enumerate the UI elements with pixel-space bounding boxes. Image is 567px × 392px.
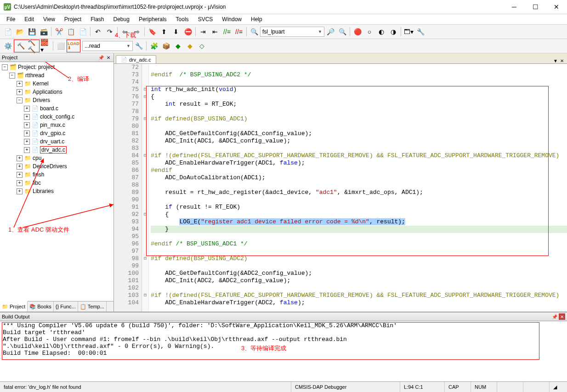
tree-node[interactable]: +📄pin_mux.c	[0, 121, 113, 129]
menu-debug[interactable]: Debug	[109, 15, 134, 23]
debug-button[interactable]: 🔴	[352, 26, 363, 37]
new-file-button[interactable]: 📄	[2, 26, 13, 37]
tab-close-button[interactable]: ✕	[559, 58, 565, 63]
menu-help[interactable]: Help	[246, 15, 267, 23]
bookmark-next-button[interactable]: ⬇	[170, 26, 181, 37]
tree-node[interactable]: −🗂️Project: project	[0, 63, 113, 71]
tree-label: drv_gpio.c	[40, 130, 65, 136]
target-options-button[interactable]: 🔧	[133, 40, 144, 51]
breakpoint-a-button[interactable]: ○	[364, 26, 375, 37]
tree-label: drv_uart.c	[40, 138, 64, 145]
undo-button[interactable]: ↶	[92, 26, 103, 37]
find-combo[interactable]: fsl_lpuart ▼	[260, 27, 324, 37]
redo-button[interactable]: ↷	[104, 26, 115, 37]
download-button[interactable]: LOAD⬇	[68, 40, 79, 51]
tree-label: Drivers	[33, 97, 50, 103]
tree-node[interactable]: +📄drv_adc.c	[0, 146, 113, 154]
tree-node[interactable]: +📄drv_uart.c	[0, 137, 113, 146]
annotation-4: 4、下载	[115, 31, 136, 40]
menu-edit[interactable]: Edit	[20, 15, 39, 23]
open-file-button[interactable]: 📂	[14, 26, 25, 37]
cut-button[interactable]: ✂️	[53, 26, 64, 37]
tree-node[interactable]: +📁Libraries	[0, 187, 113, 195]
breakpoint-b-button[interactable]: ◐	[376, 26, 387, 37]
menu-window[interactable]: Window	[217, 15, 246, 23]
tree-label: board.c	[40, 105, 58, 112]
configure-button[interactable]: 🔧	[415, 26, 426, 37]
tree-node[interactable]: −🗂️rtthread	[0, 71, 113, 80]
tree-label: rtthread	[25, 72, 44, 79]
editor-tab-active[interactable]: 📄 drv_adc.c	[116, 55, 156, 63]
close-button[interactable]: ✕	[546, 0, 567, 14]
panel-close-button[interactable]: ✕	[559, 313, 565, 320]
panel-pin-button[interactable]: 📌	[551, 313, 558, 320]
panel-pin-button[interactable]: 📌	[98, 54, 104, 61]
build-output-text[interactable]: *** Using Compiler 'V5.06 update 6 (buil…	[0, 321, 567, 381]
pack-c-button[interactable]: ◇	[196, 40, 207, 51]
project-tree[interactable]: 2、编译 1、查看 ADC 驱动文件 −🗂️Project: project−🗂…	[0, 62, 113, 301]
menu-file[interactable]: File	[2, 15, 20, 23]
tree-node[interactable]: +📁Kernel	[0, 80, 113, 88]
build-output-header: Build Output 📌 ✕	[0, 312, 567, 321]
build-button[interactable]: 🔨	[15, 40, 26, 51]
translate-button[interactable]: ⚙️	[2, 40, 13, 51]
tree-node[interactable]: +📁libc	[0, 179, 113, 187]
save-all-button[interactable]: 🗃️	[38, 26, 49, 37]
project-tab[interactable]: 📋Temp...	[78, 301, 107, 312]
pack-a-button[interactable]: ◆	[172, 40, 183, 51]
tree-node[interactable]: +📄drv_gpio.c	[0, 129, 113, 137]
code-editor[interactable]: 72 73 74 75 76 77 78 79 80 81 82 83 84 8…	[114, 64, 567, 312]
code-content[interactable]: #endif /* BSP_USING_ADC2 */int rt_hw_adc…	[149, 64, 567, 312]
toolbar-main: 📄 📂 💾 🗃️ ✂️ 📋 📄 ↶ ↷ ⇦ ⇨ 🔖 ⬆ ⬇ ⛔ ⇥ ⇤ //≡ …	[0, 25, 567, 39]
menu-project[interactable]: Project	[60, 15, 86, 23]
tab-menu-button[interactable]: ▼	[552, 58, 559, 63]
outdent-button[interactable]: ⇤	[210, 26, 221, 37]
project-tab[interactable]: 📁Project	[0, 301, 28, 312]
bookmark-prev-button[interactable]: ⬆	[159, 26, 170, 37]
menu-peripherals[interactable]: Peripherals	[134, 15, 171, 23]
bookmark-button[interactable]: 🔖	[147, 26, 158, 37]
tree-node[interactable]: +📄board.c	[0, 104, 113, 113]
build-batch-button[interactable]: 🧱▾	[40, 40, 51, 51]
project-tab[interactable]: 📚Books	[28, 301, 54, 312]
uncomment-button[interactable]: //≡	[233, 26, 244, 37]
comment-button[interactable]: //≡	[221, 26, 232, 37]
folder-icon: 📁	[24, 97, 31, 104]
breakpoint-c-button[interactable]: ◑	[388, 26, 399, 37]
rebuild-button[interactable]: 🔨🔨	[27, 40, 38, 51]
menu-svcs[interactable]: SVCS	[193, 15, 218, 23]
tree-node[interactable]: +📁finsh	[0, 170, 113, 179]
target-combo[interactable]: ...read ▼	[82, 41, 133, 51]
tree-node[interactable]: −📁Drivers	[0, 96, 113, 104]
tree-node[interactable]: +📁Applications	[0, 88, 113, 96]
panel-close-button[interactable]: ✕	[105, 54, 112, 61]
menu-view[interactable]: View	[39, 15, 60, 23]
paste-button[interactable]: 📄	[77, 26, 88, 37]
maximize-button[interactable]: ☐	[525, 0, 546, 14]
find-combo-text: fsl_lpuart	[262, 28, 285, 35]
incremental-find-button[interactable]: 🔍	[337, 26, 348, 37]
project-tab[interactable]: {}Func...	[54, 301, 78, 312]
tree-node[interactable]: +📁DeviceDrivers	[0, 162, 113, 170]
find-in-files-button[interactable]: 🔎	[325, 26, 336, 37]
menu-tools[interactable]: Tools	[171, 15, 193, 23]
bookmark-clear-button[interactable]: ⛔	[182, 26, 193, 37]
stop-build-button[interactable]: ⬜	[55, 40, 66, 51]
indent-button[interactable]: ⇥	[198, 26, 209, 37]
pack-b-button[interactable]: ◆	[184, 40, 195, 51]
fold-column[interactable]: ⊟ ⊟ ⊟ ⊟ ⊟ ⊟ ⊟	[142, 64, 149, 312]
project-panel-title: Project	[2, 55, 17, 60]
minimize-button[interactable]: ─	[504, 0, 525, 14]
save-button[interactable]: 💾	[26, 26, 37, 37]
tree-node[interactable]: +📁cpu	[0, 154, 113, 162]
window-layout-button[interactable]: 🗔▾	[403, 26, 414, 37]
tree-node[interactable]: +📄clock_config.c	[0, 113, 113, 121]
pack-installer-button[interactable]: 📦	[160, 40, 171, 51]
manage-rte-button[interactable]: 🧩	[148, 40, 159, 51]
find-button[interactable]: 🔍	[249, 26, 260, 37]
menu-flash[interactable]: Flash	[86, 15, 108, 23]
editor-tabs: 📄 drv_adc.c ▼ ✕	[114, 53, 567, 64]
copy-button[interactable]: 📋	[65, 26, 76, 37]
file-icon: 📄	[31, 121, 39, 129]
resize-grip[interactable]: ◢	[550, 382, 567, 392]
